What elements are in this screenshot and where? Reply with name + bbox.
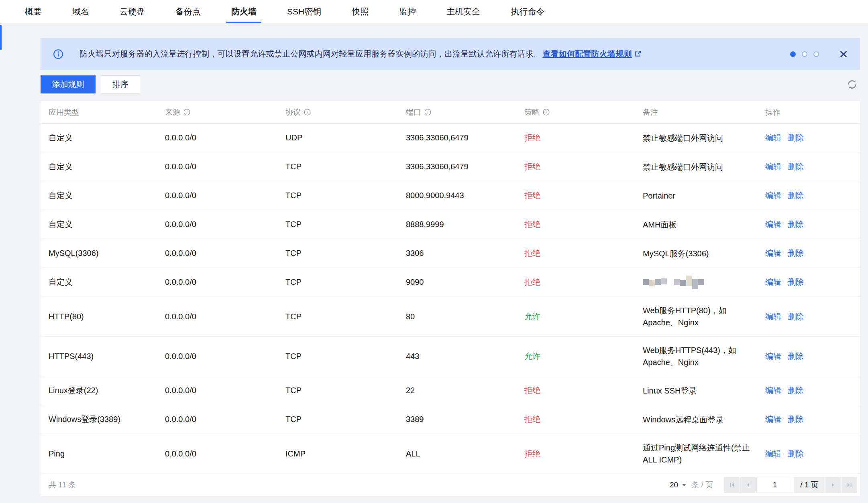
delete-link[interactable]: 删除 (788, 385, 804, 396)
cell-app-type-value: 自定义 (49, 191, 73, 200)
carousel-dot-2[interactable] (813, 51, 819, 57)
cell-protocol-value: TCP (285, 191, 302, 200)
table-row: 自定义0.0.0.0/0TCP9090拒绝编辑删除 (41, 268, 860, 297)
delete-link[interactable]: 删除 (788, 448, 804, 459)
remark-text: MySQL服务(3306) (643, 247, 709, 260)
cell-app-type-value: HTTPS(443) (49, 352, 94, 361)
source-info-icon[interactable]: i (183, 109, 190, 116)
cell-protocol: TCP (285, 191, 406, 200)
cell-policy-value: 拒绝 (524, 220, 540, 229)
delete-link[interactable]: 删除 (788, 311, 804, 322)
firewall-help-link[interactable]: 查看如何配置防火墙规则 (542, 49, 632, 58)
prev-page-icon (746, 483, 750, 487)
tab-host-security[interactable]: 主机安全 (446, 0, 480, 23)
close-icon[interactable] (839, 50, 848, 59)
next-page-button[interactable] (825, 477, 841, 493)
cell-source-value: 0.0.0.0/0 (165, 220, 196, 229)
tab-overview[interactable]: 概要 (25, 0, 42, 23)
svg-text:i: i (427, 110, 428, 114)
column-label: 应用类型 (49, 107, 79, 118)
next-page-icon (831, 483, 835, 487)
tab-cloud-disks[interactable]: 云硬盘 (120, 0, 145, 23)
cell-port-value: 80 (406, 312, 415, 321)
first-page-button[interactable] (724, 477, 740, 493)
table-body: 自定义0.0.0.0/0UDP3306,33060,6479拒绝禁止敏感端口外网… (41, 124, 860, 474)
delete-link[interactable]: 删除 (788, 414, 804, 425)
tab-ssh-keys[interactable]: SSH密钥 (287, 0, 321, 23)
edit-link[interactable]: 编辑 (765, 277, 781, 288)
cell-port-value: ALL (406, 449, 420, 458)
sort-button[interactable]: 排序 (101, 75, 140, 93)
prev-page-button[interactable] (740, 477, 756, 493)
last-page-button[interactable] (842, 477, 857, 493)
info-icon (53, 49, 63, 59)
tab-firewall[interactable]: 防火墙 (231, 0, 257, 23)
table-row: HTTP(80)0.0.0.0/0TCP80允许Web服务HTTP(80)，如A… (41, 297, 860, 337)
tab-domains[interactable]: 域名 (72, 0, 89, 23)
cell-policy-value: 拒绝 (524, 278, 540, 286)
delete-link[interactable]: 删除 (788, 219, 804, 230)
cell-app-type: 自定义 (49, 190, 165, 201)
cell-port: 3389 (406, 415, 524, 424)
cell-protocol: TCP (285, 386, 406, 395)
edit-link[interactable]: 编辑 (765, 248, 781, 259)
tab-backup-points[interactable]: 备份点 (175, 0, 201, 23)
remark-text: Web服务HTTP(80)，如Apache、Nginx (643, 304, 757, 329)
cell-port-value: 3306 (406, 249, 424, 258)
remark-text: AMH面板 (643, 219, 676, 231)
cell-policy: 拒绝 (524, 132, 643, 143)
cell-policy-value: 拒绝 (524, 449, 540, 458)
cell-policy: 允许 (524, 311, 643, 322)
cell-app-type: HTTPS(443) (49, 352, 165, 361)
cell-actions: 编辑删除 (765, 277, 860, 288)
edit-link[interactable]: 编辑 (765, 385, 781, 396)
cell-remark: 通过Ping测试网络连通性(禁止ALL ICMP) (643, 442, 765, 466)
external-link-icon[interactable] (634, 50, 642, 60)
edit-link[interactable]: 编辑 (765, 161, 781, 172)
remark-text: Portainer (643, 190, 675, 202)
edit-link[interactable]: 编辑 (765, 448, 781, 459)
cell-remark: 禁止敏感端口外网访问 (643, 161, 765, 173)
page-size-select[interactable]: 20 (670, 481, 687, 489)
column-header-action: 操作 (765, 107, 860, 118)
policy-info-icon[interactable]: i (543, 109, 550, 116)
cell-source: 0.0.0.0/0 (165, 449, 285, 458)
tab-run-commands[interactable]: 执行命令 (511, 0, 544, 23)
edit-link[interactable]: 编辑 (765, 132, 781, 143)
edit-link[interactable]: 编辑 (765, 351, 781, 362)
carousel-dot-0[interactable] (790, 51, 796, 57)
edit-link[interactable]: 编辑 (765, 190, 781, 201)
edit-link[interactable]: 编辑 (765, 311, 781, 322)
tab-monitoring[interactable]: 监控 (399, 0, 416, 23)
add-rule-button[interactable]: 添加规则 (41, 75, 96, 93)
cell-app-type: HTTP(80) (49, 312, 165, 321)
remark-text: Windows远程桌面登录 (643, 414, 723, 426)
page-number-input[interactable] (756, 477, 793, 493)
column-header-remark: 备注 (643, 107, 765, 118)
column-header-app-type: 应用类型 (49, 107, 165, 118)
delete-link[interactable]: 删除 (788, 190, 804, 201)
cell-app-type-value: HTTP(80) (49, 312, 84, 321)
edit-link[interactable]: 编辑 (765, 219, 781, 230)
cell-protocol: TCP (285, 352, 406, 361)
delete-link[interactable]: 删除 (788, 161, 804, 172)
delete-link[interactable]: 删除 (788, 351, 804, 362)
delete-link[interactable]: 删除 (788, 277, 804, 288)
refresh-icon[interactable] (847, 79, 858, 90)
delete-link[interactable]: 删除 (788, 132, 804, 143)
remark-text: 禁止敏感端口外网访问 (643, 132, 723, 144)
cell-app-type: 自定义 (49, 219, 165, 230)
cell-protocol: TCP (285, 162, 406, 171)
protocol-info-icon[interactable]: i (304, 109, 311, 116)
port-info-icon[interactable]: i (424, 109, 431, 116)
edit-link[interactable]: 编辑 (765, 414, 781, 425)
cell-policy-value: 拒绝 (524, 133, 540, 142)
cell-source: 0.0.0.0/0 (165, 133, 285, 142)
table-row: 自定义0.0.0.0/0UDP3306,33060,6479拒绝禁止敏感端口外网… (41, 124, 860, 152)
delete-link[interactable]: 删除 (788, 248, 804, 259)
cell-app-type: 自定义 (49, 277, 165, 288)
last-page-icon (847, 483, 852, 487)
cell-policy: 拒绝 (524, 161, 643, 172)
carousel-dot-1[interactable] (802, 51, 807, 57)
tab-snapshots[interactable]: 快照 (352, 0, 369, 23)
